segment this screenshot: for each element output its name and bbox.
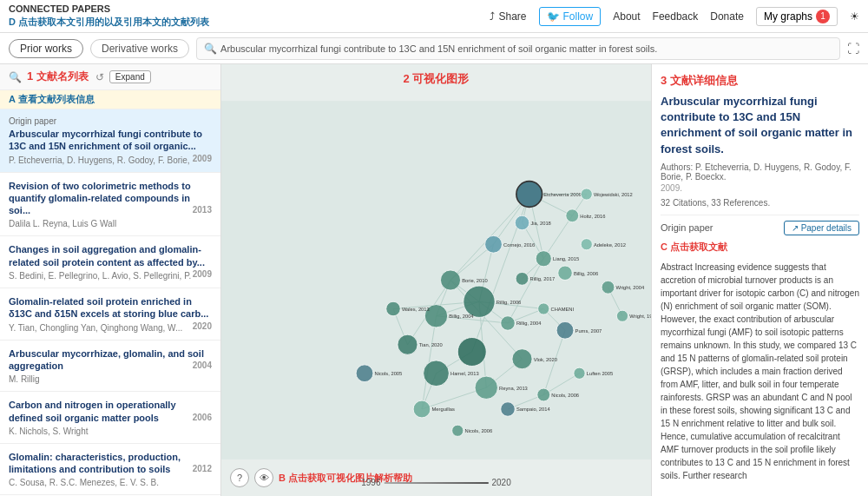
svg-point-60 [616,310,628,321]
refresh-icon[interactable]: ↺ [95,71,104,83]
svg-point-48 [556,321,574,339]
paper-list-item[interactable]: Carbon and nitrogen in operationally def… [0,392,220,444]
eye-button[interactable]: 👁 [254,468,273,487]
node-label: Wright, 1996 [629,314,651,319]
paper-item-label: Origin paper [9,116,212,126]
timeline-bar: 1996 2020 [361,478,511,487]
svg-point-56 [574,367,585,379]
header: CONNECTED PAPERS D 点击获取本文引用的以及引用本文的文献列表 … [0,0,868,33]
paper-list: Origin paper Arbuscular mycorrhizal fung… [0,109,220,496]
node-label: Borie, 2010 [462,278,487,283]
svg-point-58 [386,301,401,316]
right-paper-year: 2009. [661,183,859,193]
donate-button[interactable]: Donate [710,10,744,23]
svg-point-63 [558,266,573,281]
svg-point-47 [538,303,549,314]
paper-item-authors: Dalila L. Reyna, Luis G Wall [9,219,212,228]
svg-point-64 [581,239,592,250]
paper-list-item[interactable]: Revision of two colorimetric methods to … [0,173,220,237]
svg-point-62 [452,425,464,436]
abstract-text: Abstract Increasing evidence suggests th… [661,261,859,482]
search-icon-sm: 🔍 [9,71,22,83]
paper-list-item[interactable]: Origin paper Arbuscular mycorrhizal fung… [0,109,220,173]
annotation-c: C 点击获取文献 [661,241,859,254]
node-label: CHAMENI [551,307,575,312]
svg-point-41 [536,251,551,267]
svg-point-65 [516,272,529,285]
search-input[interactable] [220,43,832,54]
share-icon: ⤴ [490,10,495,23]
node-label: Billig, 2006 [574,271,598,276]
node-label: Hamel, 2013 [450,371,479,376]
right-panel-label: 3 文献详细信息 [661,74,738,87]
node-label: Wojewidski, 2012 [594,192,633,197]
eye-icon: 👁 [260,473,269,483]
paper-item-title: Arbuscular mycorrhizae, glomalin, and so… [9,347,212,373]
feedback-button[interactable]: Feedback [653,10,699,23]
derivative-works-tab[interactable]: Derivative works [90,39,189,58]
origin-row: Origin paper ↗ Paper details [661,221,859,235]
help-button[interactable]: ? [230,468,249,487]
right-paper-title: Arbuscular mycorrhizal fungi contribute … [661,94,859,157]
left-panel-header: 🔍 1 文献名列表 ↺ Expand [0,64,220,90]
paper-item-title: Glomalin: characteristics, production, l… [9,451,212,476]
node-label: Jia, 2018 [530,221,550,226]
paper-item-year: 2009 [193,268,212,280]
paper-item-authors: M. Rillig [9,374,212,384]
right-paper-citations: 32 Citations, 33 References. [661,198,859,208]
node-label: Reyna, 2013 [499,386,528,391]
paper-item-authors: C. Sousa, R. S.C. Menezes, E. V. S. B. [9,478,212,487]
paper-item-title: Glomalin-related soil protein enriched i… [9,295,212,321]
node-label: Vlok, 2020 [534,357,557,362]
svg-point-43 [581,188,592,200]
header-actions: ⤴ Share 🐦 Follow About Feedback Donate M… [490,7,859,26]
follow-button[interactable]: 🐦 Follow [539,7,602,26]
logo-text: CONNECTED PAPERS [9,3,209,15]
svg-point-57 [398,334,418,354]
svg-point-37 [516,182,542,208]
center-panel[interactable]: 2 可视化图形 Etcheverria 2009Cornejo, 2016Jia… [221,64,651,496]
svg-point-50 [424,360,450,387]
search-icon: 🔍 [204,43,217,55]
paper-list-item[interactable]: Changes in soil aggregation and glomalin… [0,236,220,288]
node-label: Nicols, 2006 [551,393,579,398]
theme-toggle[interactable]: ☀ [850,10,859,23]
paper-item-authors: P. Etcheverria, D. Huygens, R. Godoy, F.… [9,155,212,165]
node-label: Nicols, 2005 [375,371,403,376]
my-graphs-button[interactable]: My graphs 1 [756,7,838,26]
svg-point-51 [512,349,532,369]
paper-list-item[interactable]: Arbuscular mycorrhizae, glomalin, and so… [0,341,220,393]
main-content: 🔍 1 文献名列表 ↺ Expand A 查看文献列表信息 Origin pap… [0,64,868,496]
node-label: Billig, 2004 [449,314,474,319]
panel-num-label: 1 文献名列表 [27,69,89,84]
node-label: Cornejo, 2016 [503,242,535,248]
svg-rect-0 [221,101,651,460]
paper-item-authors: K. Nichols, S. Wright [9,427,212,436]
search-box: 🔍 [196,37,840,60]
logo-subtitle: D 点击获取本文引用的以及引用本文的文献列表 [9,16,209,29]
node-label: Rillig, 2017 [530,276,556,281]
share-button[interactable]: ⤴ Share [490,10,526,23]
about-button[interactable]: About [613,10,640,23]
paper-list-item[interactable]: Glomalin-related soil protein enriched i… [0,288,220,341]
paper-item-year: 2004 [193,360,212,371]
svg-point-46 [501,316,516,331]
expand-icon[interactable]: ⛶ [847,42,859,56]
node-label: Rillig, 2004 [516,321,542,326]
toolbar: Prior works Derivative works 🔍 ⛶ [0,33,868,64]
svg-point-53 [413,400,431,418]
expand-button[interactable]: Expand [109,70,151,83]
paper-details-button[interactable]: ↗ Paper details [784,221,859,235]
svg-point-55 [537,388,550,401]
node-label: Pums, 2007 [575,328,602,334]
node-label: Nicols, 2006 [465,428,493,433]
year-end: 2020 [492,478,511,487]
svg-point-52 [475,376,497,399]
prior-works-tab[interactable]: Prior works [9,39,83,58]
my-graphs-badge: 1 [816,10,830,23]
twitter-icon: 🐦 [547,10,560,23]
graph-visualization: Etcheverria 2009Cornejo, 2016Jia, 2018Bo… [221,64,651,496]
paper-item-year: 2013 [193,204,212,215]
graph-node[interactable] [457,338,486,367]
paper-list-item[interactable]: Glomalin: characteristics, production, l… [0,444,220,496]
